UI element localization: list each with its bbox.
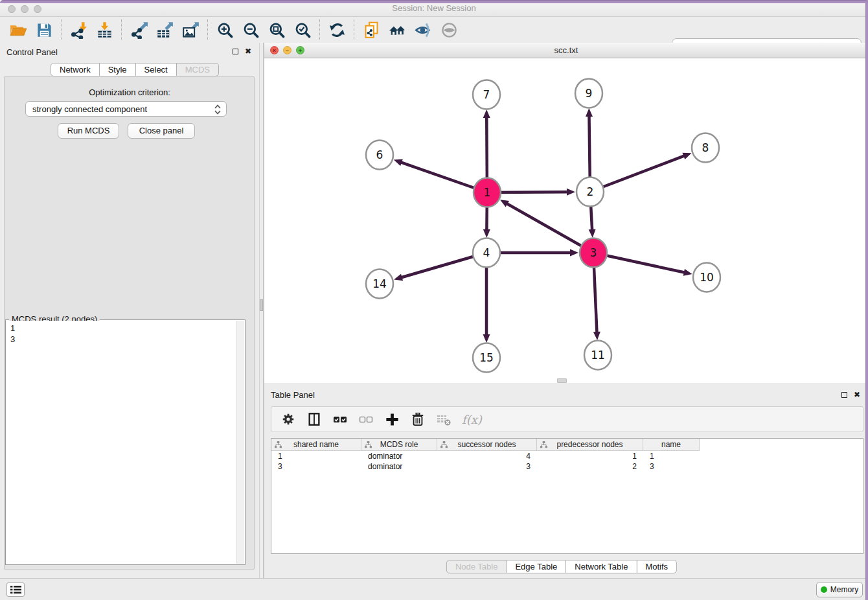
- control-panel-float-icon[interactable]: [233, 49, 238, 54]
- edge-2-8[interactable]: [590, 153, 692, 192]
- new-network-from-selection-button[interactable]: [358, 19, 384, 41]
- graph-node-6[interactable]: 6: [366, 141, 393, 170]
- copy-network-icon: [363, 21, 380, 39]
- import-table-button[interactable]: [91, 19, 117, 41]
- tab-select[interactable]: Select: [135, 63, 177, 76]
- columns-icon: [307, 412, 321, 426]
- zoom-fit-button[interactable]: [264, 19, 290, 41]
- horizontal-splitter-handle[interactable]: [557, 378, 567, 383]
- cell-successor-nodes[interactable]: 4: [437, 451, 537, 461]
- table-options-button[interactable]: [280, 411, 296, 427]
- tab-mcds[interactable]: MCDS: [176, 63, 219, 76]
- control-panel-close-icon[interactable]: ✖: [245, 47, 251, 56]
- table-panel-float-icon[interactable]: [841, 392, 847, 398]
- svg-text:15: 15: [479, 351, 494, 364]
- cell-predecessor-nodes[interactable]: 2: [537, 461, 643, 472]
- graph-node-9[interactable]: 9: [575, 79, 602, 108]
- table-row[interactable]: 1dominator411: [271, 451, 863, 461]
- cell-successor-nodes[interactable]: 3: [437, 461, 537, 472]
- close-panel-button[interactable]: Close panel: [128, 123, 195, 139]
- export-network-button[interactable]: [126, 19, 152, 41]
- show-column-button[interactable]: [306, 411, 322, 427]
- tab-network-table[interactable]: Network Table: [565, 560, 637, 573]
- edge-3-10[interactable]: [593, 253, 692, 276]
- table-row[interactable]: 3dominator323: [271, 461, 863, 472]
- cell-MCDS-role[interactable]: dominator: [361, 451, 437, 461]
- run-mcds-button[interactable]: Run MCDS: [58, 123, 119, 139]
- table-panel-title: Table Panel: [271, 390, 315, 400]
- tab-network[interactable]: Network: [51, 63, 100, 76]
- optimization-criterion-select[interactable]: strongly connected component: [25, 101, 227, 117]
- tree-icon: [440, 441, 448, 448]
- column-header-MCDS-role[interactable]: MCDS role: [361, 439, 437, 451]
- graph-node-4[interactable]: 4: [473, 238, 500, 268]
- import-network-button[interactable]: [65, 19, 91, 41]
- import-network-icon: [70, 21, 87, 39]
- memory-button[interactable]: Memory: [816, 582, 863, 597]
- column-header-shared-name[interactable]: shared name: [271, 439, 361, 451]
- node-table-header: shared nameMCDS rolesuccessor nodesprede…: [271, 439, 863, 451]
- edge-1-6[interactable]: [394, 159, 487, 192]
- show-all-button[interactable]: [436, 19, 462, 41]
- tab-edge-table[interactable]: Edge Table: [506, 560, 566, 573]
- graph-node-1[interactable]: 1: [474, 178, 501, 207]
- edge-3-1[interactable]: [500, 200, 593, 253]
- zoom-in-button[interactable]: [212, 19, 238, 41]
- graph-node-14[interactable]: 14: [366, 270, 393, 299]
- add-row-button[interactable]: [384, 411, 400, 427]
- task-history-button[interactable]: [6, 583, 25, 597]
- select-all-checks-button[interactable]: [332, 411, 348, 427]
- tab-style[interactable]: Style: [99, 63, 136, 76]
- checked-boxes-icon: [332, 411, 348, 427]
- apply-function-button[interactable]: f(x): [462, 413, 482, 426]
- mcds-result-text[interactable]: 13: [6, 321, 236, 564]
- node-table[interactable]: shared nameMCDS rolesuccessor nodesprede…: [271, 438, 863, 554]
- graph-node-8[interactable]: 8: [692, 133, 719, 163]
- cell-name[interactable]: 1: [643, 451, 700, 461]
- mcds-result-line: 3: [10, 334, 233, 345]
- cell-shared-name[interactable]: 1: [271, 451, 361, 461]
- zoom-selected-button[interactable]: [290, 19, 315, 41]
- status-bar: Memory: [0, 578, 868, 600]
- control-panel-tabs: NetworkStyleSelectMCDS: [51, 63, 219, 76]
- vertical-splitter-handle[interactable]: [260, 299, 263, 311]
- first-neighbors-button[interactable]: [384, 19, 410, 41]
- tab-node-table[interactable]: Node Table: [446, 560, 507, 573]
- save-session-button[interactable]: [31, 19, 57, 41]
- graph-node-3[interactable]: 3: [580, 238, 607, 268]
- vertical-splitter[interactable]: [259, 43, 264, 578]
- hide-selected-button[interactable]: [410, 19, 436, 41]
- column-header-name[interactable]: name: [643, 439, 700, 451]
- column-header-successor-nodes[interactable]: successor nodes: [437, 439, 537, 451]
- main-toolbar: [0, 17, 868, 43]
- tab-motifs[interactable]: Motifs: [636, 560, 677, 573]
- graph-node-10[interactable]: 10: [693, 263, 720, 292]
- graph-node-15[interactable]: 15: [473, 343, 500, 373]
- cell-predecessor-nodes[interactable]: 1: [537, 451, 643, 461]
- column-header-predecessor-nodes[interactable]: predecessor nodes: [537, 439, 643, 451]
- graph-node-2[interactable]: 2: [577, 178, 604, 207]
- delete-row-button[interactable]: [410, 411, 426, 427]
- cell-name[interactable]: 3: [643, 461, 700, 472]
- network-canvas[interactable]: 7968124314101511: [264, 58, 868, 383]
- memory-label: Memory: [830, 585, 858, 594]
- zoom-out-button[interactable]: [238, 19, 264, 41]
- cell-shared-name[interactable]: 3: [271, 461, 361, 472]
- eye-slash-icon: [415, 21, 432, 39]
- refresh-layout-button[interactable]: [324, 19, 350, 41]
- graph-node-11[interactable]: 11: [584, 341, 611, 370]
- open-session-button[interactable]: [5, 19, 31, 41]
- export-table-button[interactable]: [152, 19, 177, 41]
- deselect-all-checks-button[interactable]: [358, 411, 374, 427]
- export-image-button[interactable]: [177, 19, 203, 41]
- houses-icon: [389, 21, 406, 39]
- optimization-criterion-value: strongly connected component: [32, 104, 147, 114]
- mcds-result-scrollbar[interactable]: [236, 321, 244, 564]
- graph-node-7[interactable]: 7: [473, 80, 500, 110]
- delete-column-button[interactable]: [436, 411, 451, 427]
- table-panel-tabs: Node TableEdge TableNetwork TableMotifs: [446, 560, 677, 573]
- table-panel-close-icon[interactable]: ✖: [854, 390, 860, 399]
- cell-MCDS-role[interactable]: dominator: [361, 461, 437, 472]
- svg-text:11: 11: [591, 349, 605, 362]
- node-table-body: 1dominator4113dominator323: [271, 451, 863, 472]
